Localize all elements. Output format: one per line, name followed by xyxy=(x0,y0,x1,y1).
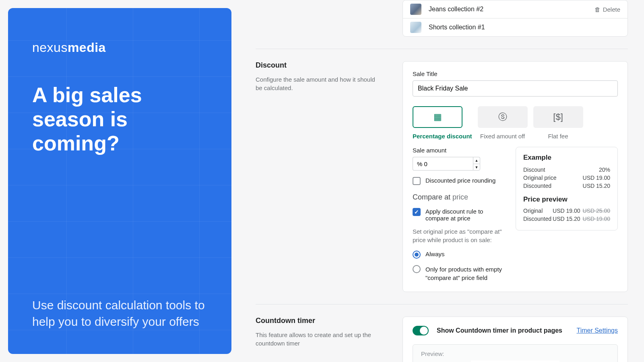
discount-type-fixed[interactable]: ⓢ Fixed amount off xyxy=(478,106,528,140)
timer-settings-link[interactable]: Timer Settings xyxy=(576,327,618,334)
discount-type-row: ▦ Percentage discount ⓢ Fixed amount off… xyxy=(413,106,618,140)
divider xyxy=(256,49,628,49)
main-content: Jeans collection #2 Delete Shorts collec… xyxy=(239,0,644,362)
timer-preview: Preview: Sale ends soon: 5 day : 11 hour xyxy=(413,344,618,362)
delete-label: Delete xyxy=(603,6,620,13)
discount-type-label: Flat fee xyxy=(533,133,583,140)
discount-type-label: Percentage discount xyxy=(413,133,472,140)
trash-icon xyxy=(594,6,601,13)
dollar-icon: ⓢ xyxy=(498,111,507,123)
compare-always-label: Always xyxy=(425,251,445,257)
show-timer-label: Show Countdown timer in product pages xyxy=(437,327,562,334)
delete-collection-button[interactable]: Delete xyxy=(594,6,620,13)
discount-type-flat[interactable]: [$] Flat fee xyxy=(533,106,583,140)
discount-section-title: Discount xyxy=(256,61,378,70)
apply-compare-checkbox[interactable] xyxy=(413,208,421,216)
collection-thumb-icon xyxy=(410,22,421,33)
brand-logo: nexusmedia xyxy=(32,40,207,55)
flat-fee-icon: [$] xyxy=(553,112,563,122)
collection-row[interactable]: Jeans collection #2 Delete xyxy=(403,0,627,18)
compare-at-heading: Compare at price xyxy=(413,193,504,202)
percentage-icon: ▦ xyxy=(433,112,442,122)
sale-amount-stepper[interactable]: ▲ ▼ xyxy=(413,157,504,171)
compare-hint: Set original price as "compare at" price… xyxy=(413,227,504,244)
collection-name: Shorts collection #1 xyxy=(429,24,485,31)
brand-logo-light: nexus xyxy=(32,40,68,55)
discount-section: Discount Configure the sale amount and h… xyxy=(256,61,628,292)
collections-card: Jeans collection #2 Delete Shorts collec… xyxy=(402,0,628,37)
sale-amount-label: Sale amount xyxy=(413,147,504,154)
preview-label: Preview: xyxy=(421,350,609,357)
sale-amount-input[interactable] xyxy=(413,157,473,171)
stepper-down-icon[interactable]: ▼ xyxy=(473,164,480,171)
example-title: Example xyxy=(523,154,610,162)
divider xyxy=(256,304,628,304)
rounding-label: Discounted price rounding xyxy=(425,177,495,184)
countdown-card: Show Countdown timer in product pages Ti… xyxy=(402,317,628,362)
compare-empty-label: Only for products with empty "compare at… xyxy=(425,265,504,282)
collection-name: Jeans collection #2 xyxy=(429,6,483,13)
sale-title-input[interactable] xyxy=(413,80,618,97)
brand-logo-bold: media xyxy=(68,40,106,55)
promo-headline: A big sales season is coming? xyxy=(32,83,207,155)
apply-compare-label: Apply discount rule to compare at price xyxy=(425,208,504,222)
sale-title-label: Sale Title xyxy=(413,70,618,77)
show-timer-toggle[interactable] xyxy=(413,326,429,335)
countdown-section-title: Countdown timer xyxy=(256,317,378,325)
example-card: Example Discount20% Original priceUSD 19… xyxy=(516,147,618,230)
collection-row[interactable]: Shorts collection #1 xyxy=(403,18,627,36)
compare-always-radio[interactable] xyxy=(413,251,421,259)
stepper-up-icon[interactable]: ▲ xyxy=(473,157,480,164)
countdown-widget: Sale ends soon: 5 day : 11 hour : xyxy=(471,360,559,362)
discount-card: Sale Title ▦ Percentage discount ⓢ Fixed… xyxy=(402,61,628,292)
compare-empty-radio[interactable] xyxy=(413,265,421,273)
collection-thumb-icon xyxy=(410,4,421,15)
discount-type-percentage[interactable]: ▦ Percentage discount xyxy=(413,106,472,140)
rounding-checkbox[interactable] xyxy=(413,177,421,185)
promo-card: nexusmedia A big sales season is coming?… xyxy=(8,8,231,354)
discount-type-label: Fixed amount off xyxy=(478,133,528,140)
discount-section-desc: Configure the sale amount and how it sho… xyxy=(256,75,378,92)
countdown-section: Countdown timer This feature allows to c… xyxy=(256,317,628,362)
promo-subline: Use discount calculation tools to help y… xyxy=(32,297,207,330)
countdown-section-desc: This feature allows to create and set up… xyxy=(256,331,378,348)
price-preview-title: Price preview xyxy=(523,195,610,204)
